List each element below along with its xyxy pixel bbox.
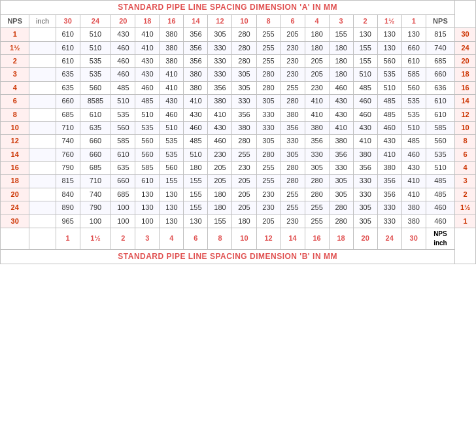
col-header-5: 14 bbox=[184, 14, 208, 27]
cell-7-11: 410 bbox=[329, 121, 353, 134]
row-empty-4 bbox=[29, 81, 56, 94]
cell-2-11: 180 bbox=[329, 54, 353, 67]
cell-4-4: 410 bbox=[160, 81, 184, 94]
col-header-row: NPSinch3024201816141210864321½1NPS bbox=[1, 14, 476, 27]
cell-11-7: 205 bbox=[232, 175, 256, 188]
cell-13-6: 180 bbox=[208, 201, 232, 215]
row-nps-right-0: 30 bbox=[455, 28, 476, 41]
nps-inch-bottom-right: NPSinch bbox=[426, 228, 454, 250]
cell-5-9: 280 bbox=[280, 95, 305, 108]
cell-10-9: 280 bbox=[280, 162, 305, 175]
cell-2-10: 205 bbox=[305, 54, 329, 67]
cell-3-2: 460 bbox=[111, 68, 135, 81]
cell-1-12: 155 bbox=[353, 41, 377, 54]
cell-12-8: 230 bbox=[256, 188, 280, 201]
cell-1-5: 356 bbox=[184, 41, 208, 54]
cell-0-0: 610 bbox=[56, 28, 80, 41]
bottom-col-header-2: 2 bbox=[111, 228, 135, 250]
row-nps-right-13: 1½ bbox=[455, 201, 476, 215]
cell-11-14: 410 bbox=[401, 175, 426, 188]
bottom-col-header-11: 18 bbox=[329, 228, 353, 250]
col-header-1: 24 bbox=[80, 14, 111, 27]
table-row: 1½61051046041038035633028025523018018015… bbox=[1, 41, 476, 54]
cell-12-9: 255 bbox=[280, 188, 305, 201]
cell-8-10: 356 bbox=[305, 135, 329, 148]
header-title-row: STANDARD PIPE LINE SPACING DIMENSION 'A'… bbox=[1, 1, 476, 15]
cell-11-9: 280 bbox=[280, 175, 305, 188]
cell-1-6: 330 bbox=[208, 41, 232, 54]
row-empty-9 bbox=[29, 148, 56, 161]
cell-12-11: 305 bbox=[329, 188, 353, 201]
row-nps-right-11: 3 bbox=[455, 175, 476, 188]
table-row: 3635535460430410380330305280230205180510… bbox=[1, 68, 476, 81]
cell-11-10: 280 bbox=[305, 175, 329, 188]
row-nps-right-9: 6 bbox=[455, 148, 476, 161]
cell-1-2: 460 bbox=[111, 41, 135, 54]
cell-3-5: 380 bbox=[184, 68, 208, 81]
bottom-col-header-6: 8 bbox=[208, 228, 232, 250]
col-header-14: 1 bbox=[401, 14, 426, 27]
row-empty-1 bbox=[29, 41, 56, 54]
cell-14-1: 100 bbox=[80, 215, 111, 228]
cell-3-11: 180 bbox=[329, 68, 353, 81]
cell-7-8: 330 bbox=[256, 121, 280, 134]
cell-13-10: 255 bbox=[305, 201, 329, 215]
cell-13-11: 280 bbox=[329, 201, 353, 215]
cell-3-8: 280 bbox=[256, 68, 280, 81]
cell-5-1: 8585 bbox=[80, 95, 111, 108]
cell-11-2: 660 bbox=[111, 175, 135, 188]
table-row: 2489079010013013015518020523025525528030… bbox=[1, 201, 476, 215]
cell-2-3: 430 bbox=[135, 54, 160, 67]
cell-5-4: 430 bbox=[160, 95, 184, 108]
cell-10-0: 790 bbox=[56, 162, 80, 175]
cell-1-13: 130 bbox=[377, 41, 401, 54]
cell-0-5: 356 bbox=[184, 28, 208, 41]
cell-1-8: 255 bbox=[256, 41, 280, 54]
row-nps-right-7: 10 bbox=[455, 121, 476, 134]
cell-14-15: 460 bbox=[426, 215, 454, 228]
cell-6-1: 610 bbox=[80, 108, 111, 121]
cell-11-11: 305 bbox=[329, 175, 353, 188]
cell-6-11: 430 bbox=[329, 108, 353, 121]
cell-10-15: 510 bbox=[426, 162, 454, 175]
cell-0-4: 380 bbox=[160, 28, 184, 41]
table-row: 1610510430410380356305280255205180155130… bbox=[1, 28, 476, 41]
cell-7-5: 460 bbox=[184, 121, 208, 134]
table-row: 8685610535510460430410356330380410430460… bbox=[1, 108, 476, 121]
cell-9-15: 535 bbox=[426, 148, 454, 161]
row-nps-right-5: 14 bbox=[455, 95, 476, 108]
cell-14-3: 100 bbox=[135, 215, 160, 228]
cell-12-5: 155 bbox=[184, 188, 208, 201]
cell-7-9: 356 bbox=[280, 121, 305, 134]
cell-13-8: 230 bbox=[256, 201, 280, 215]
cell-9-9: 305 bbox=[280, 148, 305, 161]
row-nps-left-4: 4 bbox=[1, 81, 29, 94]
cell-9-11: 356 bbox=[329, 148, 353, 161]
main-table: STANDARD PIPE LINE SPACING DIMENSION 'A'… bbox=[0, 0, 476, 264]
cell-12-0: 840 bbox=[56, 188, 80, 201]
table-row: 2610535460430380356330280255230205180155… bbox=[1, 54, 476, 67]
cell-10-13: 380 bbox=[377, 162, 401, 175]
row-empty-2 bbox=[29, 54, 56, 67]
cell-1-10: 180 bbox=[305, 41, 329, 54]
cell-1-1: 510 bbox=[80, 41, 111, 54]
row-nps-right-8: 8 bbox=[455, 135, 476, 148]
cell-12-10: 280 bbox=[305, 188, 329, 201]
cell-7-1: 635 bbox=[80, 121, 111, 134]
cell-2-5: 356 bbox=[184, 54, 208, 67]
title-top: STANDARD PIPE LINE SPACING DIMENSION 'A'… bbox=[1, 1, 455, 15]
cell-10-10: 305 bbox=[305, 162, 329, 175]
cell-10-1: 685 bbox=[80, 162, 111, 175]
row-nps-right-1: 24 bbox=[455, 41, 476, 54]
cell-8-7: 280 bbox=[232, 135, 256, 148]
cell-10-4: 560 bbox=[160, 162, 184, 175]
row-empty-10 bbox=[29, 162, 56, 175]
cell-12-12: 330 bbox=[353, 188, 377, 201]
cell-4-13: 510 bbox=[377, 81, 401, 94]
cell-7-7: 380 bbox=[232, 121, 256, 134]
cell-7-12: 430 bbox=[353, 121, 377, 134]
cell-1-0: 610 bbox=[56, 41, 80, 54]
cell-3-4: 410 bbox=[160, 68, 184, 81]
row-nps-right-12: 2 bbox=[455, 188, 476, 201]
cell-3-9: 230 bbox=[280, 68, 305, 81]
